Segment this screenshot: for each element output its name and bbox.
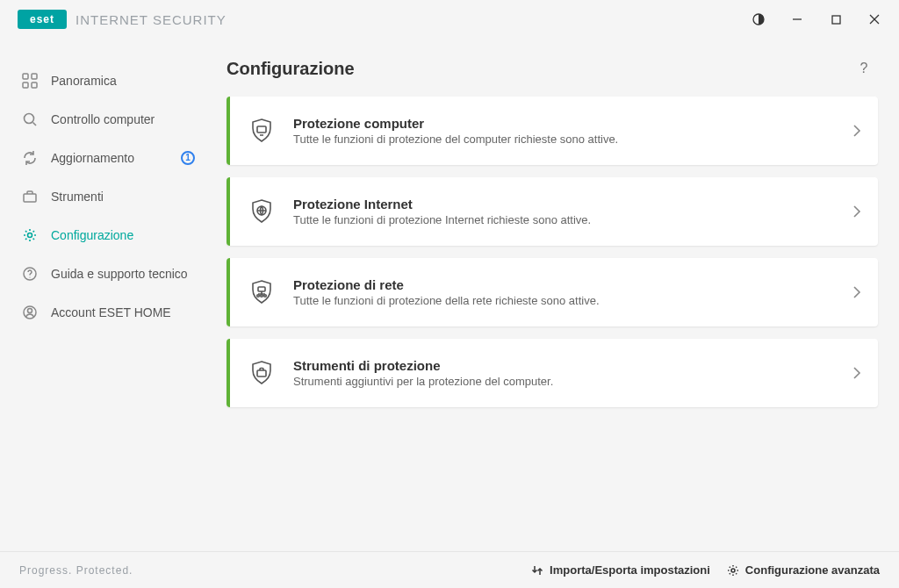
svg-rect-20 <box>258 287 265 291</box>
card-title: Protezione Internet <box>293 197 836 212</box>
close-button[interactable] <box>855 3 894 36</box>
sidebar-item-label: Guida e supporto tecnico <box>51 267 195 282</box>
card-title: Strumenti di protezione <box>293 358 836 373</box>
card-security-tools[interactable]: Strumenti di protezione Strumenti aggiun… <box>227 339 878 407</box>
shield-briefcase-icon <box>230 359 293 387</box>
shield-globe-icon <box>230 197 293 226</box>
chevron-right-icon <box>836 124 878 138</box>
page: Configurazione ? Protezione computer Tut… <box>211 39 899 551</box>
svg-rect-6 <box>32 74 37 79</box>
svg-rect-2 <box>832 16 840 24</box>
brand: eset INTERNET SECURITY <box>18 10 227 29</box>
sidebar-item-help[interactable]: Guida e supporto tecnico <box>0 255 211 293</box>
import-export-link[interactable]: Importa/Esporta impostazioni <box>530 563 710 577</box>
svg-point-12 <box>28 233 32 238</box>
user-icon <box>21 304 39 321</box>
svg-point-27 <box>731 569 735 572</box>
card-list: Protezione computer Tutte le funzioni di… <box>227 97 878 407</box>
refresh-icon <box>21 149 39 167</box>
sidebar-item-label: Strumenti <box>51 190 195 204</box>
svg-point-14 <box>29 276 30 277</box>
update-badge: 1 <box>181 151 195 165</box>
sidebar-item-update[interactable]: Aggiornamento 1 <box>0 139 211 177</box>
contrast-button[interactable] <box>739 3 778 36</box>
sidebar-item-account[interactable]: Account ESET HOME <box>0 293 211 332</box>
chevron-right-icon <box>836 366 878 380</box>
minimize-button[interactable] <box>778 3 816 36</box>
svg-rect-7 <box>23 82 28 88</box>
window-controls <box>739 3 894 36</box>
page-header: Configurazione ? <box>227 58 878 79</box>
card-internet-protection[interactable]: Protezione Internet Tutte le funzioni di… <box>227 177 878 246</box>
sidebar-item-label: Configurazione <box>51 228 195 243</box>
sidebar-item-setup[interactable]: Configurazione <box>0 216 211 255</box>
card-desc: Tutte le funzioni di protezione Internet… <box>293 213 836 226</box>
sidebar-item-scan[interactable]: Controllo computer <box>0 100 211 139</box>
svg-rect-26 <box>257 370 266 376</box>
titlebar: eset INTERNET SECURITY <box>0 0 899 39</box>
card-desc: Tutte le funzioni di protezione del comp… <box>293 133 836 146</box>
sidebar-item-label: Aggiornamento <box>51 151 169 166</box>
footer: Progress. Protected. Importa/Esporta imp… <box>0 551 899 588</box>
sidebar: Panoramica Controllo computer Aggiorname… <box>0 39 211 551</box>
card-desc: Tutte le funzioni di protezione della re… <box>293 294 836 307</box>
sidebar-item-overview[interactable]: Panoramica <box>0 61 211 100</box>
svg-rect-5 <box>23 74 28 79</box>
footer-tagline: Progress. Protected. <box>19 564 133 577</box>
help-icon <box>21 265 39 283</box>
brand-product: INTERNET SECURITY <box>76 12 227 27</box>
brand-logo: eset <box>18 10 67 29</box>
svg-point-24 <box>264 295 267 298</box>
card-desc: Strumenti aggiuntivi per la protezione d… <box>293 375 836 388</box>
advanced-setup-label: Configurazione avanzata <box>745 563 880 577</box>
card-computer-protection[interactable]: Protezione computer Tutte le funzioni di… <box>227 97 878 165</box>
import-export-label: Importa/Esporta impostazioni <box>550 563 710 577</box>
sidebar-item-label: Controllo computer <box>51 112 195 127</box>
page-help-button[interactable]: ? <box>853 58 874 79</box>
advanced-setup-link[interactable]: Configurazione avanzata <box>726 563 880 577</box>
shield-network-icon <box>230 278 293 306</box>
shield-monitor-icon <box>230 117 293 145</box>
svg-point-23 <box>261 295 263 298</box>
chevron-right-icon <box>836 285 878 299</box>
svg-rect-17 <box>257 126 266 133</box>
card-title: Protezione computer <box>293 116 836 131</box>
sidebar-item-tools[interactable]: Strumenti <box>0 177 211 216</box>
svg-rect-11 <box>24 194 36 202</box>
sidebar-item-label: Account ESET HOME <box>51 305 195 320</box>
maximize-button[interactable] <box>816 3 855 36</box>
sidebar-item-label: Panoramica <box>51 74 195 89</box>
svg-rect-8 <box>32 82 37 88</box>
dashboard-icon <box>21 72 39 90</box>
gear-icon <box>726 563 740 577</box>
svg-point-16 <box>28 309 32 313</box>
chevron-right-icon <box>836 204 878 219</box>
svg-line-10 <box>33 123 37 126</box>
card-network-protection[interactable]: Protezione di rete Tutte le funzioni di … <box>227 258 878 326</box>
card-title: Protezione di rete <box>293 277 836 292</box>
svg-point-22 <box>257 295 260 298</box>
svg-point-9 <box>25 114 34 124</box>
import-export-icon <box>530 563 544 577</box>
search-icon <box>21 111 39 128</box>
briefcase-icon <box>21 188 39 205</box>
gear-icon <box>21 226 39 244</box>
page-title: Configurazione <box>227 59 355 79</box>
